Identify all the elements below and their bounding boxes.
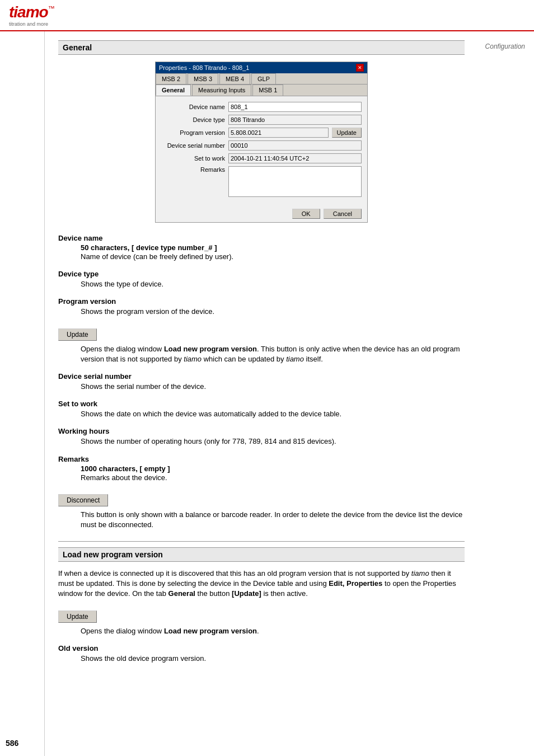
logo-text: tiamo bbox=[9, 4, 48, 20]
doc-remarks: Remarks 1000 characters, [ empty ] Remar… bbox=[58, 455, 465, 483]
dialog-title: Properties - 808 Titrando - 808_1 bbox=[159, 64, 249, 71]
logo-tm: ™ bbox=[48, 4, 55, 12]
disconnect-doc-button[interactable]: Disconnect bbox=[58, 494, 108, 506]
dialog-ok-button[interactable]: OK bbox=[292, 209, 320, 219]
dialog-cancel-button[interactable]: Cancel bbox=[324, 209, 362, 219]
doc-serial-number: Device serial number Shows the serial nu… bbox=[58, 372, 465, 392]
header: tiamo ™ titration and more bbox=[0, 0, 534, 31]
doc-device-type-text: Shows the type of device. bbox=[81, 279, 465, 289]
tab-general[interactable]: General bbox=[156, 84, 191, 96]
serial-number-row: Device serial number bbox=[161, 140, 362, 151]
doc-disconnect: Disconnect This button is only shown wit… bbox=[58, 491, 465, 530]
doc-remarks-sublabel: 1000 characters, [ empty ] bbox=[81, 464, 465, 473]
load-program-intro-text: If when a device is connected up it is d… bbox=[58, 569, 465, 599]
program-version-label: Program version bbox=[161, 129, 228, 136]
set-to-work-input bbox=[228, 153, 362, 163]
dialog-close-button[interactable]: ✕ bbox=[356, 64, 364, 72]
set-to-work-label: Set to work bbox=[161, 155, 228, 162]
general-section-title: General bbox=[58, 40, 465, 55]
dialog-content: Device name Device type Program version … bbox=[156, 96, 367, 205]
load-program-update-text: Opens the dialog window Load new program… bbox=[81, 626, 465, 636]
device-name-input[interactable] bbox=[228, 102, 362, 112]
tab-glp[interactable]: GLP bbox=[251, 73, 276, 84]
load-program-title: Load new program version bbox=[58, 547, 465, 562]
doc-device-type-label: Device type bbox=[58, 270, 465, 278]
doc-old-version: Old version Shows the old device program… bbox=[58, 644, 465, 664]
doc-update: Update Opens the dialog window Load new … bbox=[58, 325, 465, 364]
serial-number-label: Device serial number bbox=[161, 142, 228, 149]
page-layout: 586 General Properties - 808 Titrando - … bbox=[0, 31, 534, 756]
dialog-update-button[interactable]: Update bbox=[332, 128, 362, 138]
section-divider bbox=[58, 541, 465, 542]
right-margin: Configuration bbox=[478, 31, 534, 756]
doc-working-hours-text: Shows the number of operating hours (onl… bbox=[81, 436, 465, 447]
remarks-row: Remarks bbox=[161, 166, 362, 197]
device-type-input bbox=[228, 115, 362, 125]
doc-remarks-text: Remarks about the device. bbox=[81, 473, 465, 483]
doc-device-type: Device type Shows the type of device. bbox=[58, 270, 465, 289]
load-program-update-button[interactable]: Update bbox=[58, 611, 97, 623]
remarks-textarea[interactable] bbox=[228, 166, 362, 197]
logo-subtitle: titration and more bbox=[9, 21, 48, 27]
tab-measuring-inputs[interactable]: Measuring Inputs bbox=[192, 84, 251, 96]
doc-old-version-label: Old version bbox=[58, 644, 465, 652]
doc-program-version: Program version Shows the program versio… bbox=[58, 297, 465, 317]
doc-program-version-label: Program version bbox=[58, 297, 465, 306]
tab-msb3[interactable]: MSB 3 bbox=[188, 73, 218, 84]
tab-msb2[interactable]: MSB 2 bbox=[156, 73, 186, 84]
section-label: Configuration bbox=[485, 43, 525, 50]
doc-set-to-work-label: Set to work bbox=[58, 400, 465, 408]
program-version-row: Program version Update bbox=[161, 128, 362, 138]
left-margin: 586 bbox=[0, 31, 45, 756]
doc-device-name-text: Name of device (can be freely defined by… bbox=[81, 252, 465, 262]
doc-set-to-work: Set to work Shows the date on which the … bbox=[58, 400, 465, 419]
set-to-work-row: Set to work bbox=[161, 153, 362, 163]
tab-msb1[interactable]: MSB 1 bbox=[252, 84, 283, 96]
doc-working-hours: Working hours Shows the number of operat… bbox=[58, 427, 465, 447]
doc-device-name: Device name 50 characters, [ device type… bbox=[58, 234, 465, 262]
load-program-update: Update Opens the dialog window Load new … bbox=[58, 607, 465, 636]
device-type-row: Device type bbox=[161, 115, 362, 125]
update-doc-button[interactable]: Update bbox=[58, 328, 97, 341]
doc-disconnect-text: This button is only shown with a balance… bbox=[81, 510, 465, 530]
doc-update-text: Opens the dialog window Load new program… bbox=[81, 344, 465, 364]
doc-serial-number-text: Shows the serial number of the device. bbox=[81, 382, 465, 392]
dialog-footer: OK Cancel bbox=[156, 205, 367, 222]
dialog-titlebar: Properties - 808 Titrando - 808_1 ✕ bbox=[156, 62, 367, 73]
doc-working-hours-label: Working hours bbox=[58, 427, 465, 435]
serial-number-input bbox=[228, 140, 362, 151]
doc-program-version-text: Shows the program version of the device. bbox=[81, 307, 465, 317]
load-program-intro: If when a device is connected up it is d… bbox=[58, 569, 465, 599]
dialog-tabs: MSB 2 MSB 3 MEB 4 GLP bbox=[156, 73, 367, 84]
doc-old-version-text: Shows the old device program version. bbox=[81, 654, 465, 664]
doc-set-to-work-text: Shows the date on which the device was a… bbox=[81, 409, 465, 419]
doc-remarks-label: Remarks bbox=[58, 455, 465, 463]
logo: tiamo ™ titration and more bbox=[9, 4, 55, 27]
program-version-input bbox=[228, 128, 329, 138]
page-number: 586 bbox=[6, 739, 44, 748]
device-name-label: Device name bbox=[161, 104, 228, 110]
doc-serial-number-label: Device serial number bbox=[58, 372, 465, 381]
doc-device-name-sublabel: 50 characters, [ device type number_# ] bbox=[81, 243, 465, 252]
properties-dialog: Properties - 808 Titrando - 808_1 ✕ MSB … bbox=[155, 62, 368, 223]
remarks-label: Remarks bbox=[161, 166, 228, 173]
device-type-label: Device type bbox=[161, 116, 228, 123]
content-area: General Properties - 808 Titrando - 808_… bbox=[45, 31, 478, 756]
device-name-row: Device name bbox=[161, 102, 362, 112]
doc-device-name-label: Device name bbox=[58, 234, 465, 242]
tab-meb4[interactable]: MEB 4 bbox=[219, 73, 250, 84]
